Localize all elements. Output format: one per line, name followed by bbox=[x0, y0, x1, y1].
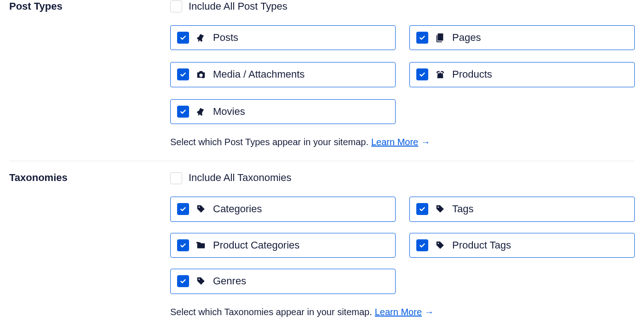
post-type-card-media[interactable]: Media / Attachments bbox=[170, 62, 396, 87]
taxonomy-card-product-tags[interactable]: Product Tags bbox=[409, 233, 635, 258]
learn-more-link[interactable]: Learn More bbox=[375, 306, 422, 318]
card-label: Media / Attachments bbox=[213, 68, 305, 81]
arrow-right-icon: → bbox=[421, 136, 430, 148]
taxonomy-card-categories[interactable]: Categories bbox=[170, 197, 396, 222]
folder-icon bbox=[196, 240, 207, 251]
taxonomy-card-tags[interactable]: Tags bbox=[409, 197, 635, 222]
arrow-right-icon: → bbox=[425, 306, 434, 318]
card-label: Tags bbox=[452, 203, 473, 216]
include-all-taxonomies-checkbox[interactable] bbox=[170, 172, 182, 184]
bag-icon bbox=[435, 69, 446, 80]
checkbox-posts[interactable] bbox=[177, 32, 189, 44]
post-type-card-products[interactable]: Products bbox=[409, 62, 635, 87]
include-all-taxonomies-label: Include All Taxonomies bbox=[189, 171, 291, 185]
include-all-post-types-checkbox[interactable] bbox=[170, 0, 182, 12]
checkbox-product-categories[interactable] bbox=[177, 239, 189, 251]
post-type-card-pages[interactable]: Pages bbox=[409, 25, 635, 51]
pin-icon bbox=[196, 106, 207, 117]
camera-icon bbox=[196, 69, 207, 80]
section-post-types: Post Types Include All Post Types Posts … bbox=[9, 0, 635, 161]
checkbox-categories[interactable] bbox=[177, 203, 189, 215]
pages-icon bbox=[435, 32, 446, 43]
taxonomy-card-product-categories[interactable]: Product Categories bbox=[170, 233, 396, 258]
card-label: Movies bbox=[213, 105, 245, 119]
tag-icon bbox=[435, 204, 446, 215]
card-label: Product Categories bbox=[213, 239, 299, 252]
checkbox-pages[interactable] bbox=[416, 32, 428, 44]
include-all-post-types-row[interactable]: Include All Post Types bbox=[170, 0, 635, 13]
taxonomy-card-genres[interactable]: Genres bbox=[170, 269, 396, 294]
post-type-card-movies[interactable]: Movies bbox=[170, 99, 396, 124]
tag-icon bbox=[196, 276, 207, 287]
card-label: Pages bbox=[452, 31, 481, 45]
include-all-taxonomies-row[interactable]: Include All Taxonomies bbox=[170, 171, 635, 185]
post-type-card-posts[interactable]: Posts bbox=[170, 25, 396, 51]
card-label: Genres bbox=[213, 275, 246, 288]
post-types-helper: Select which Post Types appear in your s… bbox=[170, 136, 635, 148]
card-label: Products bbox=[452, 68, 492, 81]
helper-text: Select which Post Types appear in your s… bbox=[170, 136, 368, 148]
section-title: Taxonomies bbox=[9, 171, 170, 185]
helper-text: Select which Taxonomies appear in your s… bbox=[170, 306, 372, 318]
card-label: Categories bbox=[213, 203, 262, 216]
tag-icon bbox=[435, 240, 446, 251]
checkbox-product-tags[interactable] bbox=[416, 239, 428, 251]
card-label: Product Tags bbox=[452, 239, 511, 252]
learn-more-link[interactable]: Learn More bbox=[371, 136, 418, 148]
section-title: Post Types bbox=[9, 0, 170, 13]
pin-icon bbox=[196, 32, 207, 43]
include-all-post-types-label: Include All Post Types bbox=[189, 0, 288, 13]
checkbox-products[interactable] bbox=[416, 68, 428, 80]
checkbox-movies[interactable] bbox=[177, 106, 189, 118]
checkbox-tags[interactable] bbox=[416, 203, 428, 215]
checkbox-media[interactable] bbox=[177, 68, 189, 80]
checkbox-genres[interactable] bbox=[177, 275, 189, 287]
tag-icon bbox=[196, 204, 207, 215]
card-label: Posts bbox=[213, 31, 238, 45]
taxonomies-helper: Select which Taxonomies appear in your s… bbox=[170, 306, 635, 318]
section-taxonomies: Taxonomies Include All Taxonomies Catego… bbox=[9, 161, 635, 328]
